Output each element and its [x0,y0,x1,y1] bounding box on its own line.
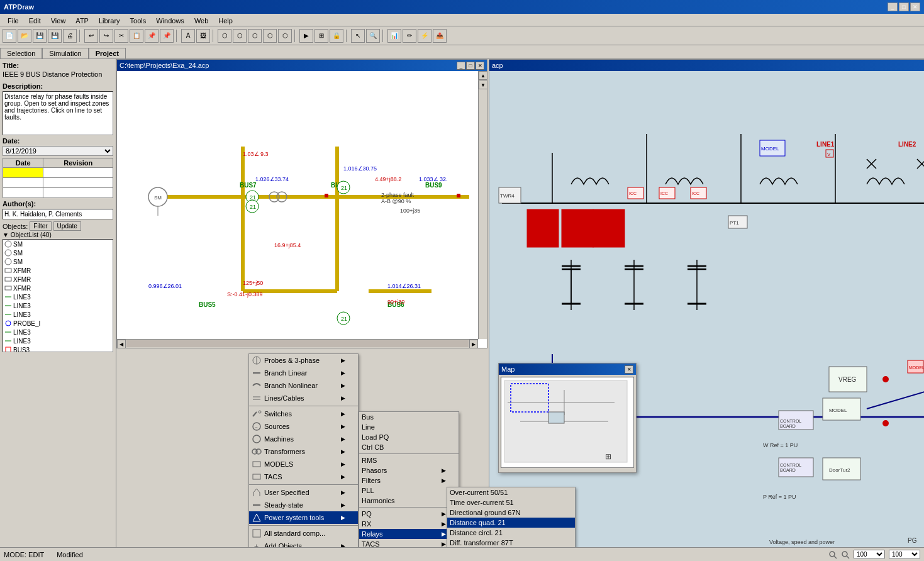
menu-library[interactable]: Library [94,15,125,25]
list-item[interactable]: SM [3,248,113,257]
mdi-maximize-1[interactable]: □ [466,62,475,70]
minimize-btn[interactable]: _ [888,3,898,11]
menu-power-system-tools[interactable]: Power system tools [249,511,358,524]
save-btn[interactable]: 💾 [33,29,47,43]
run-btn[interactable]: ▶ [299,29,313,43]
tab-selection[interactable]: Selection [0,48,42,58]
paste-btn[interactable]: 📌 [145,29,159,43]
mdi-canvas-2[interactable]: TWR4 ICC ICC ICC PT1 LINE1 [489,71,924,547]
font-btn[interactable]: A [181,29,195,43]
relay-distance-circl[interactable]: Distance circl. 21 [447,528,575,538]
tab-project[interactable]: Project [89,48,126,58]
scrollbar-h-1[interactable]: ◀ ▶ [117,339,478,348]
mdi-canvas-1[interactable]: BUS7 BUS8 BUS9 BUS5 BUS6 21 21 21 [117,71,487,348]
mdi-minimize-1[interactable]: _ [457,62,465,70]
cut-btn[interactable]: ✂ [114,29,128,43]
mdi-controls-1[interactable]: _ □ ✕ [457,62,484,70]
submenu-harmonics[interactable]: Harmonics [359,496,459,506]
submenu-rms[interactable]: RMS [359,455,459,465]
date-select[interactable]: 8/12/2019 [3,146,113,156]
scroll-left-1[interactable]: ◀ [117,340,126,348]
submenu-tacs[interactable]: TACS [359,539,459,547]
menu-models[interactable]: MODELS [249,458,358,470]
export-btn[interactable]: 📤 [433,29,447,43]
date-cell-3[interactable] [3,188,43,198]
menu-probes[interactable]: Probes & 3-phase [249,354,358,367]
menu-steady-state[interactable]: Steady-state [249,499,358,511]
map-close-btn[interactable]: ✕ [625,365,633,374]
submenu-line[interactable]: Line [359,422,459,432]
grid-btn[interactable]: ⊞ [314,29,328,43]
tool1-btn[interactable]: ⬡ [218,29,231,43]
submenu-rx[interactable]: RX [359,519,459,529]
menu-tools[interactable]: Tools [125,15,152,25]
revision-cell-2[interactable] [43,178,113,188]
list-item[interactable]: LINE3 [3,310,113,319]
menu-machines[interactable]: Machines [249,433,358,445]
revision-cell-1[interactable] [43,168,113,178]
lock-btn[interactable]: 🔒 [330,29,343,43]
relay-time-over-current[interactable]: Time over-current 51 [447,497,575,508]
open-btn[interactable]: 📂 [18,29,31,43]
scroll-up-1[interactable]: ▲ [479,71,487,80]
tool5-btn[interactable]: ⬡ [278,29,292,43]
relay-over-current[interactable]: Over-current 50/51 [447,487,575,497]
redo-btn[interactable]: ↪ [99,29,113,43]
menu-tacs[interactable]: TACS [249,470,358,483]
list-item[interactable]: LINE3 [3,336,113,345]
new-btn[interactable]: 📄 [3,29,16,43]
cursor-btn[interactable]: ↖ [351,29,365,43]
list-item[interactable]: XFMR [3,284,113,292]
tool3-btn[interactable]: ⬡ [248,29,262,43]
update-button[interactable]: Update [53,221,81,231]
date-cell-1[interactable] [3,168,43,178]
filter-button[interactable]: Filter [30,221,51,231]
scroll-thumb-h-1[interactable] [126,340,469,347]
submenu-ctrl-cb[interactable]: Ctrl CB [359,442,459,452]
list-item[interactable]: SM [3,240,113,248]
tab-simulation[interactable]: Simulation [42,48,88,58]
submenu-pll[interactable]: PLL [359,486,459,496]
zoom-v-select[interactable]: 100 75 50 125 150 [889,550,920,559]
print-btn[interactable]: 🖨 [63,29,77,43]
menu-switches[interactable]: Switches [249,408,358,420]
menu-sources[interactable]: ~ Sources [249,420,358,433]
list-item[interactable]: SM [3,257,113,266]
menu-branch-linear[interactable]: Branch Linear [249,367,358,379]
list-item[interactable]: LINE3 [3,301,113,310]
list-item[interactable]: XFMR [3,275,113,284]
image-btn[interactable]: 🖼 [196,29,210,43]
list-item[interactable]: LINE3 [3,328,113,336]
menu-add-objects[interactable]: + Add Objects [249,540,358,547]
zoom-h-select[interactable]: 100 75 50 125 150 [854,550,885,559]
list-item[interactable]: PROBE_I [3,319,113,328]
paste2-btn[interactable]: 📌 [160,29,174,43]
mdi-close-1[interactable]: ✕ [476,62,484,70]
close-btn[interactable]: ✕ [910,3,920,11]
edit2-btn[interactable]: ✏ [403,29,416,43]
submenu-relays[interactable]: Relays [359,529,459,539]
tool4-btn[interactable]: ⬡ [263,29,277,43]
menu-all-standard[interactable]: All standard comp... [249,527,358,540]
submenu-filters[interactable]: Filters [359,475,459,486]
list-item[interactable]: XFMR [3,266,113,275]
menu-windows[interactable]: Windows [151,15,189,25]
relay-directional-ground[interactable]: Directional ground 67N [447,508,575,518]
relay-distance-quad[interactable]: Distance quad. 21 [447,518,575,528]
save2-btn[interactable]: 💾 [48,29,62,43]
menu-branch-nonlinear[interactable]: Branch Nonlinear [249,379,358,392]
submenu-bus[interactable]: Bus [359,412,459,422]
menu-view[interactable]: View [46,15,71,25]
undo-btn[interactable]: ↩ [84,29,98,43]
maximize-btn[interactable]: □ [899,3,909,11]
submenu-pq[interactable]: PQ [359,509,459,519]
list-item[interactable]: LINE3 [3,292,113,301]
menu-help[interactable]: Help [213,15,238,25]
list-item[interactable]: BUS3 [3,345,113,352]
menu-user-specified[interactable]: User Specified [249,486,358,499]
window-controls[interactable]: _ □ ✕ [888,3,920,11]
revision-cell-3[interactable] [43,188,113,198]
date-cell-2[interactable] [3,178,43,188]
tool2-btn[interactable]: ⬡ [233,29,247,43]
scrollbar-v-1[interactable]: ▲ ▼ [478,71,487,339]
